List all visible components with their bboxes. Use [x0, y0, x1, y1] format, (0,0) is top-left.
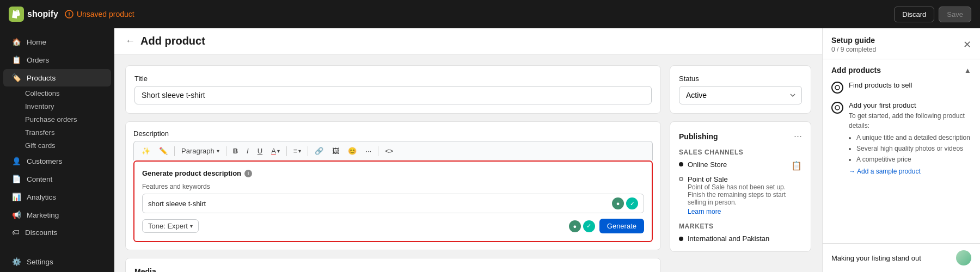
- toolbar-code-button[interactable]: <>: [382, 145, 396, 157]
- setup-item-content-2: Add your first product To get started, a…: [849, 101, 971, 175]
- sales-channels-label: Sales channels: [679, 149, 802, 156]
- market-dot: [679, 237, 683, 241]
- channel-name-pos: Point of Sale: [688, 175, 802, 183]
- description-label: Description: [133, 129, 653, 138]
- sidebar-item-orders[interactable]: 📋 Orders: [3, 51, 111, 69]
- ai-generate-wrapper: Generate product description i Features …: [133, 160, 653, 242]
- toolbar-color-button[interactable]: A ▾: [268, 145, 283, 157]
- learn-more-link[interactable]: Learn more: [688, 208, 721, 215]
- publishing-title: Publishing: [679, 132, 718, 141]
- setup-guide-panel: Setup guide 0 / 9 completed ✕ Add produc…: [822, 28, 980, 272]
- setup-section-title: Add products ▲: [831, 66, 971, 75]
- sidebar-item-label: Content: [27, 175, 52, 183]
- inventory-label: Inventory: [25, 102, 54, 110]
- setup-footer-text: Making your listing stand out: [831, 254, 921, 262]
- toolbar-magic-button[interactable]: ✨: [138, 145, 154, 157]
- sidebar-item-marketing[interactable]: 📢 Marketing: [3, 206, 111, 224]
- products-icon: 🏷️: [12, 73, 21, 82]
- toolbar-emoji-button[interactable]: 😊: [345, 145, 360, 157]
- ai-features-input[interactable]: [148, 200, 612, 208]
- sidebar-item-settings[interactable]: ⚙️ Settings: [3, 253, 111, 270]
- toolbar-italic-button[interactable]: I: [243, 145, 252, 157]
- title-input[interactable]: [134, 86, 652, 104]
- content-icon: 📄: [12, 175, 21, 183]
- setup-item-find-products: Find products to sell: [831, 81, 971, 94]
- toolbar-edit-button[interactable]: ✏️: [156, 145, 171, 157]
- home-icon: 🏠: [12, 38, 21, 46]
- setup-item-icon-1: [831, 82, 843, 94]
- top-nav-right: Discard Save: [894, 7, 971, 22]
- setup-item-desc-2: To get started, add the following produc…: [849, 111, 971, 164]
- sidebar-item-discounts[interactable]: 🏷 Discounts: [3, 224, 111, 241]
- toolbar-image-button[interactable]: 🖼: [329, 145, 342, 157]
- left-column: Title Description ✨ ✏️ Paragraph: [125, 65, 661, 272]
- sidebar-item-label: Analytics: [27, 193, 56, 201]
- setup-item-first-product: Add your first product To get started, a…: [831, 101, 971, 175]
- publishing-more-button[interactable]: ···: [794, 131, 802, 142]
- sidebar-item-inventory[interactable]: Inventory: [21, 100, 111, 113]
- markets-section: Markets International and Pakistan: [679, 222, 802, 243]
- sidebar-item-label: Products: [27, 74, 56, 82]
- status-select[interactable]: Active Draft Archived: [679, 86, 802, 104]
- setup-bullet-2: Several high quality photos or videos: [856, 144, 971, 153]
- save-button[interactable]: Save: [939, 7, 971, 22]
- sidebar-item-customers[interactable]: 👤 Customers: [3, 152, 111, 170]
- setup-section-toggle[interactable]: ▲: [964, 66, 971, 75]
- settings-icon: ⚙️: [12, 257, 21, 266]
- channel-action-icon[interactable]: 📋: [791, 160, 802, 171]
- channel-item-online-store: Online Store 📋: [679, 160, 802, 171]
- channel-sub-pos: Point of Sale has not been set up. Finis…: [688, 183, 802, 206]
- chevron-down-icon: ▾: [190, 223, 193, 229]
- back-button[interactable]: ←: [125, 35, 135, 47]
- setup-header: Setup guide 0 / 9 completed ✕: [823, 28, 980, 59]
- sidebar-item-analytics[interactable]: 📊 Analytics: [3, 188, 111, 206]
- svg-point-3: [835, 106, 840, 110]
- sidebar-item-gift-cards[interactable]: Gift cards: [21, 139, 111, 152]
- toolbar-paragraph-selector[interactable]: Paragraph ▾: [178, 146, 223, 156]
- setup-body: Add products ▲ Find products to sell: [823, 59, 980, 243]
- top-nav-left: shopify Unsaved product: [9, 7, 134, 22]
- orders-icon: 📋: [12, 55, 21, 64]
- ai-info-icon[interactable]: i: [244, 170, 252, 177]
- editor-toolbar: ✨ ✏️ Paragraph ▾ B I U A ▾: [133, 141, 653, 160]
- generate-button[interactable]: Generate: [599, 219, 644, 233]
- right-column: Status Active Draft Archived Publishing …: [670, 65, 811, 272]
- sidebar-item-content[interactable]: 📄 Content: [3, 170, 111, 188]
- ai-teal-icon: ✓: [626, 197, 638, 209]
- page-title: Add product: [140, 35, 205, 47]
- unsaved-label: Unsaved product: [77, 10, 134, 18]
- sidebar-item-home[interactable]: 🏠 Home: [3, 33, 111, 51]
- status-label: Status: [679, 75, 802, 83]
- ai-title-row: Generate product description i: [142, 169, 644, 177]
- toolbar-separator-5: [378, 146, 378, 156]
- sidebar-item-transfers[interactable]: Transfers: [21, 126, 111, 139]
- circle-check-icon: [835, 85, 840, 90]
- sidebar-item-purchase-orders[interactable]: Purchase orders: [21, 113, 111, 126]
- toolbar-bold-button[interactable]: B: [230, 145, 241, 157]
- sidebar-item-products[interactable]: 🏷️ Products: [3, 69, 111, 86]
- setup-close-button[interactable]: ✕: [963, 39, 971, 51]
- setup-item-title-1: Find products to sell: [849, 81, 912, 89]
- avatar: [956, 250, 971, 265]
- nav-status: Unsaved product: [65, 10, 134, 18]
- toolbar-underline-button[interactable]: U: [254, 145, 266, 157]
- setup-bullet-3: A competitive price: [856, 154, 971, 164]
- toolbar-separator-4: [308, 146, 308, 156]
- channel-info-pos: Point of Sale Point of Sale has not been…: [688, 175, 802, 216]
- analytics-icon: 📊: [12, 193, 21, 201]
- toolbar-link-button[interactable]: 🔗: [311, 145, 327, 157]
- toolbar-more-button[interactable]: ···: [362, 145, 375, 157]
- tone-selector[interactable]: Tone: Expert ▾: [142, 219, 199, 233]
- tone-label: Tone: Expert: [148, 222, 188, 230]
- chevron-down-icon: ▾: [277, 148, 280, 154]
- setup-item-icon-2: [831, 102, 843, 114]
- sidebar-item-label: Marketing: [27, 211, 59, 219]
- ai-input-icons: ● ✓: [612, 197, 638, 209]
- add-sample-product-link[interactable]: → Add a sample product: [849, 168, 971, 175]
- sidebar-item-collections[interactable]: Collections: [21, 87, 111, 100]
- status-card: Status Active Draft Archived: [670, 65, 811, 114]
- ai-features-label: Features and keywords: [142, 183, 644, 190]
- discard-button[interactable]: Discard: [894, 7, 934, 22]
- ai-green-icon-2: ●: [569, 220, 581, 232]
- toolbar-align-button[interactable]: ≡ ▾: [290, 145, 305, 157]
